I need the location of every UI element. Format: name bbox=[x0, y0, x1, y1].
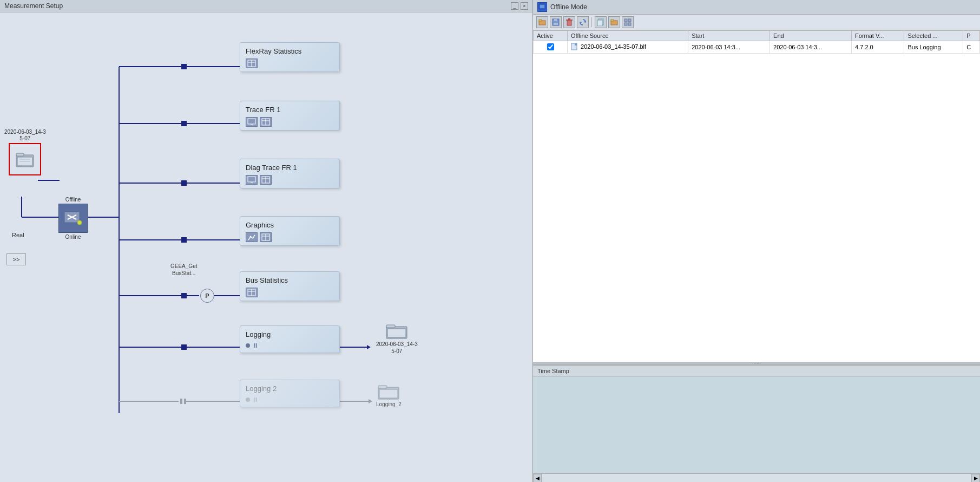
toolbar-separator-1 bbox=[591, 17, 592, 27]
refresh-toolbar-btn[interactable] bbox=[577, 16, 589, 28]
col-end[interactable]: End bbox=[770, 31, 852, 41]
module-icons-trace-fr1 bbox=[246, 117, 334, 127]
svg-rect-45 bbox=[248, 119, 255, 124]
cell-p: C bbox=[963, 41, 980, 54]
offline-icon bbox=[62, 207, 84, 229]
module-diag-trace-fr1[interactable]: Diag Trace FR 1 bbox=[240, 159, 340, 188]
scroll-right-btn[interactable]: ▶ bbox=[971, 474, 980, 483]
file-icon-box[interactable] bbox=[9, 143, 41, 175]
col-selected[interactable]: Selected ... bbox=[904, 31, 963, 41]
log-pause-icon: ⏸ bbox=[252, 342, 259, 349]
offline-lower-panel: Time Stamp bbox=[533, 365, 980, 473]
file-node[interactable]: 2020-06-03_14-35-07 bbox=[4, 129, 46, 175]
module-title-logging2: Logging 2 bbox=[246, 385, 334, 393]
module-title-bus-stats: Bus Statistics bbox=[246, 276, 334, 284]
svg-rect-81 bbox=[597, 20, 602, 26]
offline-mode-block[interactable]: Offline Online bbox=[58, 197, 88, 240]
col-source[interactable]: Offline Source bbox=[568, 31, 688, 41]
svg-rect-86 bbox=[624, 23, 627, 25]
scroll-left-btn[interactable]: ◀ bbox=[533, 474, 542, 483]
table-icon-diag bbox=[260, 175, 272, 185]
offline-icon-box[interactable] bbox=[58, 204, 88, 233]
offline-table: Active Offline Source Start End Format V… bbox=[533, 30, 980, 54]
table-row[interactable]: 2020-06-03_14-35-07.blf 2020-06-03 14:3.… bbox=[534, 41, 980, 54]
svg-rect-66 bbox=[378, 386, 387, 388]
empty-lower-area bbox=[533, 377, 980, 473]
module-icons-graphics bbox=[246, 232, 334, 242]
table-icon-graphics bbox=[260, 232, 272, 242]
svg-point-41 bbox=[77, 220, 82, 225]
scroll-track[interactable] bbox=[542, 474, 971, 483]
module-bus-stats[interactable]: Bus Statistics bbox=[240, 271, 340, 301]
svg-rect-28 bbox=[180, 399, 182, 404]
log2-record-dot bbox=[246, 398, 250, 402]
module-logging[interactable]: Logging ⏸ bbox=[240, 325, 340, 353]
geea-label: GEEA_GetBusStat... bbox=[170, 263, 197, 277]
module-logging2[interactable]: Logging 2 ⏸ bbox=[240, 380, 340, 407]
offline-panel: Offline Mode Active bbox=[533, 0, 980, 482]
log-folder-icon-1 bbox=[385, 321, 408, 341]
svg-rect-29 bbox=[184, 399, 186, 404]
svg-point-55 bbox=[250, 236, 252, 238]
svg-rect-87 bbox=[628, 23, 631, 25]
titlebar-buttons: _ × bbox=[511, 2, 528, 10]
svg-marker-17 bbox=[367, 345, 371, 349]
logging-controls: ⏸ bbox=[246, 342, 334, 349]
timestamp-bar: Time Stamp bbox=[533, 366, 980, 377]
module-icons-flexray bbox=[246, 58, 334, 68]
grid-toolbar-btn[interactable] bbox=[622, 16, 634, 28]
svg-rect-22 bbox=[181, 64, 187, 69]
close-button[interactable]: × bbox=[521, 2, 528, 10]
col-format[interactable]: Format V... bbox=[852, 31, 904, 41]
svg-rect-84 bbox=[624, 19, 627, 22]
offline-label: Offline bbox=[65, 197, 81, 203]
active-checkbox[interactable] bbox=[547, 43, 554, 50]
copy-toolbar-btn[interactable] bbox=[595, 16, 607, 28]
file-folder-icon bbox=[15, 149, 35, 169]
minimize-button[interactable]: _ bbox=[511, 2, 518, 10]
module-title-flexray: FlexRay Statistics bbox=[246, 47, 334, 55]
cell-source: 2020-06-03_14-35-07.blf bbox=[568, 41, 688, 54]
svg-rect-83 bbox=[611, 19, 614, 21]
svg-rect-26 bbox=[181, 293, 187, 298]
horizontal-scrollbar[interactable]: ◀ ▶ bbox=[533, 473, 980, 482]
cell-start: 2020-06-03 14:3... bbox=[688, 41, 770, 54]
svg-rect-63 bbox=[386, 325, 395, 328]
measurement-titlebar: Measurement Setup _ × bbox=[0, 0, 532, 12]
delete-toolbar-btn[interactable] bbox=[563, 16, 575, 28]
svg-rect-23 bbox=[181, 121, 187, 126]
offline-mode-title: Offline Mode bbox=[550, 3, 587, 11]
table-icon-bus bbox=[246, 288, 258, 297]
module-flexray-stats[interactable]: FlexRay Statistics bbox=[240, 42, 340, 72]
svg-rect-74 bbox=[554, 19, 557, 21]
svg-rect-89 bbox=[575, 43, 577, 45]
cell-end: 2020-06-03 14:3... bbox=[770, 41, 852, 54]
module-title-trace-fr1: Trace FR 1 bbox=[246, 106, 334, 114]
open-toolbar-btn[interactable] bbox=[536, 16, 548, 28]
timestamp-label: Time Stamp bbox=[537, 368, 569, 374]
log-record-dot bbox=[246, 343, 250, 348]
save-toolbar-btn[interactable] bbox=[550, 16, 562, 28]
file-node-label: 2020-06-03_14-35-07 bbox=[4, 129, 46, 142]
svg-rect-64 bbox=[387, 329, 406, 337]
p-node[interactable]: P bbox=[200, 289, 214, 303]
chart-icon bbox=[246, 232, 258, 242]
online-label: Online bbox=[65, 234, 81, 240]
col-start[interactable]: Start bbox=[688, 31, 770, 41]
log-folder-icon-2 bbox=[377, 382, 400, 401]
offline-toolbar bbox=[533, 15, 980, 30]
module-trace-fr1[interactable]: Trace FR 1 bbox=[240, 101, 340, 131]
col-active[interactable]: Active bbox=[534, 31, 568, 41]
svg-rect-50 bbox=[248, 177, 255, 182]
svg-rect-27 bbox=[181, 344, 187, 350]
log2-pause-icon: ⏸ bbox=[252, 396, 259, 403]
svg-rect-24 bbox=[181, 180, 187, 186]
svg-rect-69 bbox=[540, 5, 544, 8]
folder-toolbar-btn[interactable] bbox=[608, 16, 620, 28]
module-graphics[interactable]: Graphics bbox=[240, 216, 340, 246]
offline-mode-icon bbox=[537, 2, 547, 12]
col-p[interactable]: P bbox=[963, 31, 980, 41]
cell-active[interactable] bbox=[534, 41, 568, 54]
arrow-button[interactable]: >> bbox=[6, 253, 26, 265]
log-output-label-2: Logging_2 bbox=[376, 401, 402, 407]
